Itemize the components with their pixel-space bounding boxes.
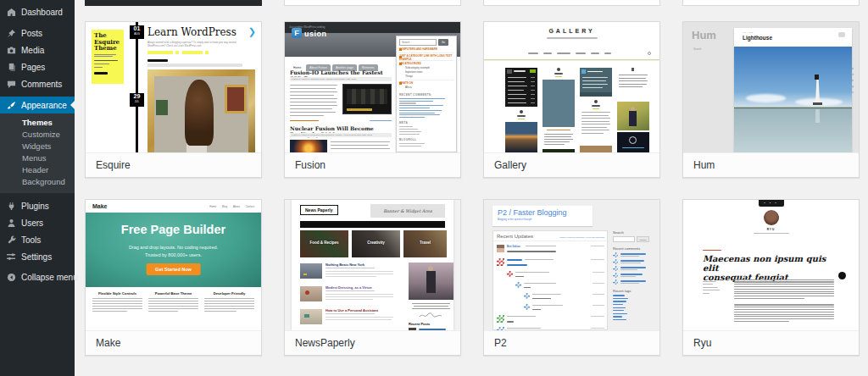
lighthouse-photo [734,47,852,153]
ryu-post-body [734,278,834,323]
nav-link: Home [209,205,216,208]
fusion-post1-body [290,84,392,119]
newspaperly-nav [300,221,445,228]
pin-icon [7,29,16,38]
hum-post-kicker: IMAGE [743,31,754,34]
submenu-item-header[interactable]: Header [0,164,75,176]
settings-sliders-icon [7,252,16,262]
p2-update-row [497,314,604,325]
theme-name: Gallery [484,153,659,177]
sidebar-item-label: Dashboard [21,8,63,17]
p2-author: Ben Dalton [507,245,520,248]
p2-site-title: P2 / Faster Blogging [498,208,587,217]
make-hero-title: Free Page Builder [86,223,261,236]
theme-card-ryu[interactable]: • • • RYU Maecenas non ipsum quis elit c… [682,199,860,356]
article-item: Nothing Beats New York [300,263,397,283]
quote-card [542,134,575,147]
appearance-brush-icon [7,101,16,110]
theme-card-newspaperly[interactable]: News Paperly Banner & Widget Area Food &… [284,199,461,356]
sidebar-item-comments[interactable]: Comments [0,75,75,92]
album-cover-card [617,132,649,152]
boy-in-field-photo [617,102,649,130]
theme-screenshot-make: Make Home Blog About Contact Free Page B… [86,200,261,331]
nav-link: Contact [246,205,254,208]
sidebar-item-plugins[interactable]: Plugins [0,197,75,214]
theme-card-make[interactable]: Make Home Blog About Contact Free Page B… [85,199,262,356]
sidebar-item-label: Tools [21,235,41,245]
fusion-search-input [399,39,437,46]
p2-search-button: Search [637,236,649,242]
sidebar-item-pages[interactable]: Pages [0,58,75,75]
sidebar-item-tools[interactable]: Tools [0,231,75,248]
pages-icon [7,63,16,72]
plugin-icon [7,202,16,211]
p2-recent-updates-heading: Recent Updates [497,234,533,239]
theme-card-partial[interactable] [483,0,660,6]
theme-card-fusion[interactable]: Just another WordPress weblog F usion Ho… [284,21,461,178]
gallery-site-title: GALLERY [484,28,659,34]
dashboard-icon [7,8,16,17]
hum-search-label: Search [693,47,702,51]
recent-posts-heading: Recent Posts [409,322,430,326]
category-card-food: Food & Recipes [300,230,348,257]
date-badge: 29JUL [130,93,144,107]
newspaperly-logo: News Paperly [300,205,338,215]
theme-card-partial[interactable] [85,0,262,6]
nav-link: About [233,205,240,208]
article-item: How to Use a Personal Assistant [300,308,397,329]
p2-reply-row [507,270,604,281]
submenu-item-background[interactable]: Background [0,176,75,188]
wrench-icon [7,235,16,245]
sidebar-item-settings[interactable]: Settings [0,248,75,265]
gallery-social-card [580,68,612,97]
subcategory-link: Important news [405,71,453,74]
make-feature-col: Flexible Style Controls [92,291,142,313]
esquire-framed-photo [147,69,255,152]
fusion-blogroll-heading: BLOGROLL [399,138,453,141]
text-card [580,112,612,142]
sidebar-item-posts[interactable]: Posts [0,25,75,41]
category-card-creativity: Creativity [352,230,400,257]
category-link: COMPUTERS AND HARDWARE [399,48,437,51]
sidebar-item-dashboard[interactable]: Dashboard [0,3,75,20]
theme-card-gallery[interactable]: GALLERY [483,21,660,178]
ryu-toolbar: • • • [759,200,784,207]
p2-sidebar: Search Search Recent comments [613,230,652,322]
submenu-item-themes[interactable]: Themes [0,117,75,129]
map-card [542,80,575,127]
theme-name: Make [86,331,261,355]
p2-update-row [497,326,604,331]
subcategory-link: Africa [405,86,453,89]
ryu-circle-button [838,272,846,279]
fusion-logo-icon: F [292,28,302,38]
sidebar-item-label: Media [21,46,44,55]
collapse-menu-button[interactable]: Collapse menu [0,268,75,285]
recent-post-thumb [409,328,416,331]
p2-search-heading: Search [613,230,652,235]
hum-post-title: Lighthouse [743,35,772,41]
fusion-recent-comments-heading: RECENT COMMENTS: [399,93,453,97]
theme-card-p2[interactable]: P2 / Faster Blogging Blogging at the spe… [483,199,660,356]
sidebar-item-media[interactable]: Media [0,41,75,58]
sidebar-item-users[interactable]: Users [0,214,75,231]
user-icon [7,218,16,228]
submenu-item-widgets[interactable]: Widgets [0,141,75,152]
tag-link [147,51,173,54]
theme-name: Esquire [86,153,261,177]
theme-screenshot-newspaperly: News Paperly Banner & Widget Area Food &… [285,200,460,331]
theme-card-partial[interactable] [682,0,860,6]
category-link: JUST A CATEGORY LINK WITH LONG TEXT EXAM… [399,55,456,61]
theme-name: P2 [484,331,659,355]
submenu-item-customize[interactable]: Customize [0,129,75,141]
theme-name: NewsPaperly [285,331,460,355]
sidebar-item-appearance[interactable]: Appearance [0,97,75,113]
make-cta-button: Get Started Now [146,263,201,275]
submenu-item-menus[interactable]: Menus [0,152,75,164]
author-photo [409,263,453,300]
theme-screenshot-hum: Hum Search Home About Contact Me Photogr… [683,22,859,153]
theme-card-partial[interactable] [284,0,461,6]
p2-update-row [497,257,604,268]
theme-card-hum[interactable]: Hum Search Home About Contact Me Photogr… [682,21,860,178]
theme-card-esquire[interactable]: 01AUG 29JUL The Esquire Theme ❯Learn Wor… [85,21,262,178]
tag-link [182,51,203,54]
